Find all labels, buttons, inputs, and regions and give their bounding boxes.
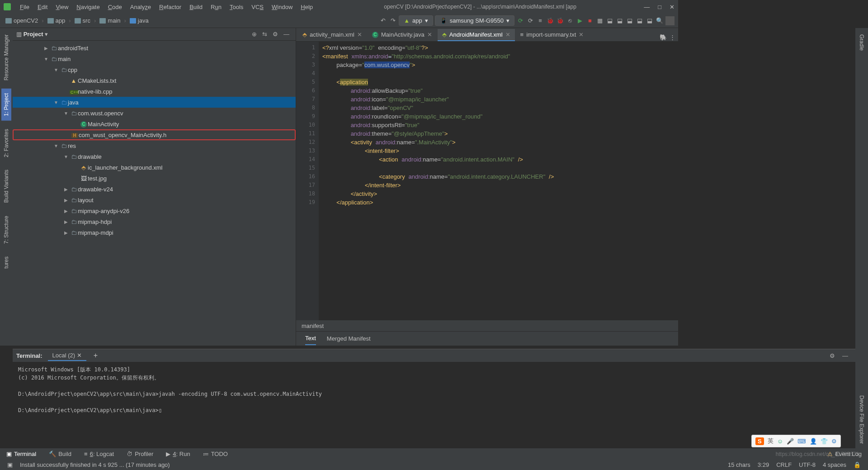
bc-item[interactable]: openCV2 xyxy=(4,16,40,25)
sync-icon[interactable]: ⟳ xyxy=(516,17,524,25)
tree-item-ic-launcher-background-xml[interactable]: ⬘ic_launcher_background.xml xyxy=(13,162,296,173)
run-config-selector[interactable]: ▲app▾ xyxy=(399,15,433,26)
stop-icon[interactable]: ■ xyxy=(586,17,594,25)
tree-item-androidtest[interactable]: ▶🗀androidTest xyxy=(13,43,296,53)
tree-arrow-icon[interactable]: ▼ xyxy=(62,154,70,159)
bc-item[interactable]: java xyxy=(128,16,151,25)
tab-merged-manifest[interactable]: Merged Manifest xyxy=(327,332,371,345)
sidebar-project[interactable]: 1: Project xyxy=(1,89,11,121)
close-icon[interactable]: ✕ xyxy=(505,31,510,38)
tree-item-com-wust-opencv-mainactivity-h[interactable]: Hcom_wust_opencv_MainActivity.h xyxy=(13,129,296,140)
minimize-button[interactable]: — xyxy=(644,4,650,10)
tree-arrow-icon[interactable]: ▼ xyxy=(52,67,60,72)
terminal-body[interactable]: Microsoft Windows [版本 10.0.14393] (c) 20… xyxy=(13,362,678,367)
menu-view[interactable]: View xyxy=(52,2,72,12)
more-icon[interactable]: ⋮ xyxy=(668,33,676,41)
attach-icon[interactable]: ⎋ xyxy=(566,17,574,25)
menu-tools[interactable]: Tools xyxy=(226,2,247,12)
tree-arrow-icon[interactable]: ▶ xyxy=(42,46,50,51)
tree-arrow-icon[interactable]: ▼ xyxy=(52,100,60,105)
tree-item-test-jpg[interactable]: 🖼test.jpg xyxy=(13,173,296,184)
menu-run[interactable]: Run xyxy=(207,2,225,12)
close-icon[interactable]: ✕ xyxy=(357,31,362,38)
bc-item[interactable]: src xyxy=(73,16,92,25)
sync2-icon[interactable]: ⟳ xyxy=(526,17,534,25)
sidebar-build-variants[interactable]: Build Variants xyxy=(1,165,11,207)
collapse-icon[interactable]: ⇆ xyxy=(259,31,270,38)
search-icon[interactable]: 🔍 xyxy=(656,17,664,25)
code-area[interactable]: <?xml version="1.0" encoding="utf-8"?> <… xyxy=(319,42,678,320)
profile-icon[interactable]: ▶ xyxy=(576,17,584,25)
tree-item-mipmap-mdpi[interactable]: ▶🗀mipmap-mdpi xyxy=(13,227,296,238)
tree-item-com-wust-opencv[interactable]: ▼🗀com.wust.opencv xyxy=(13,108,296,119)
menu-refactor[interactable]: Refactor xyxy=(156,2,185,12)
elephant-icon[interactable]: 🐘 xyxy=(659,33,667,41)
tree-item-cmakelists-txt[interactable]: ▲CMakeLists.txt xyxy=(13,75,296,86)
device-selector[interactable]: 📱samsung SM-G9550▾ xyxy=(435,15,514,26)
project-view-icon[interactable]: ▥ xyxy=(16,31,22,38)
firebase-icon[interactable]: ⬓ xyxy=(636,17,644,25)
bug-icon[interactable]: 🐞 xyxy=(546,17,554,25)
maximize-button[interactable]: □ xyxy=(658,4,661,10)
tree-item-drawable-v24[interactable]: ▶🗀drawable-v24 xyxy=(13,184,296,195)
close-icon[interactable]: ✕ xyxy=(579,31,584,38)
code-breadcrumb[interactable]: manifest xyxy=(296,320,678,331)
tree-item-layout[interactable]: ▶🗀layout xyxy=(13,195,296,205)
tree-arrow-icon[interactable]: ▶ xyxy=(62,230,70,235)
menu-build[interactable]: Build xyxy=(186,2,206,12)
menu-window[interactable]: Window xyxy=(268,2,296,12)
sdk-icon[interactable]: ⬓ xyxy=(606,17,614,25)
gear-icon[interactable]: ⚙ xyxy=(270,31,281,38)
tree-arrow-icon[interactable]: ▼ xyxy=(62,111,70,116)
menu-navigate[interactable]: Navigate xyxy=(73,2,103,12)
debug-icon[interactable]: 🐞 xyxy=(556,17,564,25)
menu-file[interactable]: File xyxy=(16,2,33,12)
tree-arrow-icon[interactable]: ▶ xyxy=(62,209,70,214)
terminal-add-button[interactable]: + xyxy=(94,351,98,360)
tree-item-mainactivity[interactable]: CMainActivity xyxy=(13,119,296,129)
nav-fwd-icon[interactable]: ↷ xyxy=(389,17,397,25)
tree-arrow-icon[interactable]: ▼ xyxy=(42,57,50,62)
sidebar-structure[interactable]: 7: Structure xyxy=(1,211,11,248)
tree-item-mipmap-anydpi-v26[interactable]: ▶🗀mipmap-anydpi-v26 xyxy=(13,205,296,216)
menu-vcs[interactable]: VCS xyxy=(248,2,267,12)
menu-edit[interactable]: Edit xyxy=(34,2,51,12)
menu-code[interactable]: Code xyxy=(104,2,126,12)
editor-tab-activity-main-xml[interactable]: ⬘ activity_main.xml ✕ xyxy=(298,29,367,41)
tree-item-res[interactable]: ▼🗀res xyxy=(13,140,296,151)
bc-item[interactable]: app xyxy=(46,16,67,25)
nav-back-icon[interactable]: ↶ xyxy=(379,17,387,25)
close-icon[interactable]: ✕ xyxy=(427,31,432,38)
dropdown-icon[interactable]: ▾ xyxy=(45,31,48,38)
panel-title[interactable]: Project xyxy=(24,31,43,38)
tree-item-native-lib-cpp[interactable]: C++native-lib.cpp xyxy=(13,86,296,97)
editor-tab-mainactivity-java[interactable]: C MainActivity.java ✕ xyxy=(368,29,437,41)
tree-item-drawable[interactable]: ▼🗀drawable xyxy=(13,151,296,162)
terminal-tab[interactable]: Local (2) ✕ xyxy=(48,351,86,361)
menu-help[interactable]: Help xyxy=(297,2,316,12)
tree-arrow-icon[interactable]: ▼ xyxy=(52,143,60,148)
editor-tab-androidmanifest-xml[interactable]: ⬘ AndroidManifest.xml ✕ xyxy=(438,29,515,41)
assistant-icon[interactable]: ⬓ xyxy=(646,17,654,25)
tree-item-java[interactable]: ▼🗀java xyxy=(13,97,296,108)
tree-item-main[interactable]: ▼🗀main xyxy=(13,53,296,64)
editor-tab-import-summary-txt[interactable]: ≡ import-summary.txt ✕ xyxy=(516,29,589,41)
menu-analyze[interactable]: Analyze xyxy=(127,2,155,12)
res-icon[interactable]: ⬓ xyxy=(626,17,634,25)
tree-item-mipmap-hdpi[interactable]: ▶🗀mipmap-hdpi xyxy=(13,216,296,227)
close-button[interactable]: ✕ xyxy=(670,4,675,10)
minimize-panel-icon[interactable]: — xyxy=(281,31,292,38)
user-icon[interactable] xyxy=(665,16,675,25)
tab-text[interactable]: Text xyxy=(305,332,316,345)
layout-icon[interactable]: ⬓ xyxy=(616,17,624,25)
tasks-icon[interactable]: ≡ xyxy=(536,17,544,25)
tree-item-cpp[interactable]: ▼🗀cpp xyxy=(13,64,296,75)
bc-item[interactable]: main xyxy=(98,16,122,25)
tree-arrow-icon[interactable]: ▶ xyxy=(62,198,70,203)
tree-arrow-icon[interactable]: ▶ xyxy=(62,187,70,192)
sidebar-favorites[interactable]: 2: Favorites xyxy=(1,124,11,162)
sidebar-resource-manager[interactable]: Resource Manager xyxy=(1,30,11,85)
tree-arrow-icon[interactable]: ▶ xyxy=(62,219,70,224)
sidebar-captures[interactable]: tures xyxy=(1,252,11,273)
avd-icon[interactable]: ▦ xyxy=(596,17,604,25)
